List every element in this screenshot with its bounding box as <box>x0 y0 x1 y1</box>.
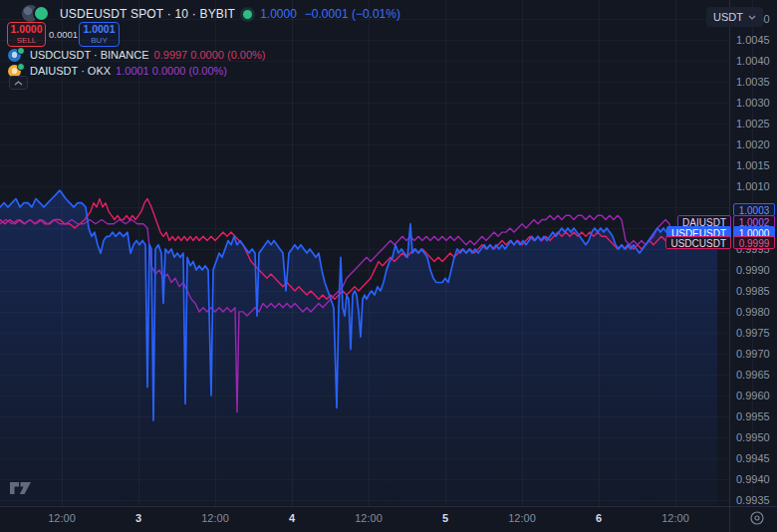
usdc-coin-icon <box>8 48 25 62</box>
price-tick-label: 0.9985 <box>736 285 770 297</box>
sell-price: 1.0000 <box>10 24 42 35</box>
last-price: 1.0000 <box>260 7 297 21</box>
price-tick-label: 1.0020 <box>736 138 770 150</box>
time-tick-label: 12:00 <box>341 512 396 524</box>
buy-label: BUY <box>91 37 107 45</box>
time-tick-label: 12:00 <box>187 512 243 524</box>
price-change: −0.0001 (−0.01%) <box>305 7 400 21</box>
symbol-pair-icon <box>22 5 52 23</box>
sell-button[interactable]: 1.0000 SELL <box>7 22 46 47</box>
price-tick-label: 1.0045 <box>736 34 770 46</box>
compare-row-usdcusdt[interactable]: USDCUSDT · BINANCE 0.9997 0.0000 (0.00%) <box>8 47 266 62</box>
time-tick-label: 5 <box>417 512 473 524</box>
compare-symbol: DAIUSDT · OKX <box>30 65 111 77</box>
sell-label: SELL <box>17 37 37 45</box>
price-tick-label: 1.0025 <box>736 118 770 130</box>
price-tick-label: 0.9965 <box>736 369 770 381</box>
buy-button[interactable]: 1.0001 BUY <box>79 22 120 47</box>
time-tick-label: 12:00 <box>34 512 90 524</box>
chevron-down-icon <box>748 15 756 20</box>
time-tick-label: 4 <box>264 512 320 524</box>
compare-quote: 1.0001 0.0000 (0.00%) <box>116 65 227 77</box>
time-tick-label: 3 <box>111 512 166 524</box>
currency-unit-button[interactable]: USDT <box>706 7 763 27</box>
compare-symbol: USDCUSDT · BINANCE <box>30 49 149 61</box>
main-symbol-row[interactable]: USDEUSDT SPOT · 10 · BYBIT 1.0000 −0.000… <box>22 5 400 23</box>
price-tick-label: 1.0005 <box>736 201 770 213</box>
price-tick-label: 0.9950 <box>736 431 770 443</box>
price-tick-label: 0.9960 <box>736 390 770 401</box>
price-tick-label: 0.9990 <box>736 264 770 276</box>
currency-label: USDT <box>713 11 743 23</box>
price-tick-label: 0.9955 <box>736 410 770 422</box>
market-status-icon[interactable] <box>243 10 252 19</box>
spread-value: 0.0001 <box>49 22 77 47</box>
symbol-title: USDEUSDT SPOT · 10 · BYBIT <box>60 7 235 21</box>
main-series-area <box>0 190 717 505</box>
time-tick-label: 12:00 <box>648 512 703 524</box>
price-tick-label: 0.9935 <box>736 494 770 506</box>
tradingview-chart-window: 1.00501.00451.00401.00351.00301.00251.00… <box>0 0 777 532</box>
price-tick-label: 1.0030 <box>736 97 770 109</box>
price-tick-label: 1.0035 <box>736 76 770 88</box>
price-axis[interactable]: 1.00501.00451.00401.00351.00301.00251.00… <box>730 0 777 506</box>
time-tick-label: 12:00 <box>494 512 550 524</box>
price-tick-label: 1.0015 <box>736 159 770 171</box>
price-tick-label: 0.9945 <box>736 452 770 464</box>
price-tick-label: 1.0000 <box>736 222 770 234</box>
price-tick-label: 0.9995 <box>736 243 770 255</box>
price-tick-label: 0.9940 <box>736 473 770 485</box>
time-tick-label: 6 <box>571 512 627 524</box>
price-tick-label: 0.9970 <box>736 348 770 360</box>
legend-collapse-button[interactable] <box>9 76 28 90</box>
compare-row-daiusdt[interactable]: DAIUSDT · OKX 1.0001 0.0000 (0.00%) <box>8 63 227 78</box>
compare-quote: 0.9997 0.0000 (0.00%) <box>154 49 266 61</box>
time-axis[interactable]: 12:00312:00412:00512:00612:00 <box>0 506 777 532</box>
price-tick-label: 0.9980 <box>736 306 770 318</box>
chevron-up-icon <box>14 81 23 86</box>
price-tick-label: 1.0010 <box>736 180 770 192</box>
price-tick-label: 1.0040 <box>736 55 770 67</box>
price-tick-label: 0.9975 <box>736 327 770 339</box>
buy-price: 1.0001 <box>83 24 115 35</box>
chart-canvas[interactable] <box>0 0 777 532</box>
scale-reset-icon[interactable] <box>748 509 766 527</box>
tradingview-logo[interactable] <box>10 481 32 495</box>
